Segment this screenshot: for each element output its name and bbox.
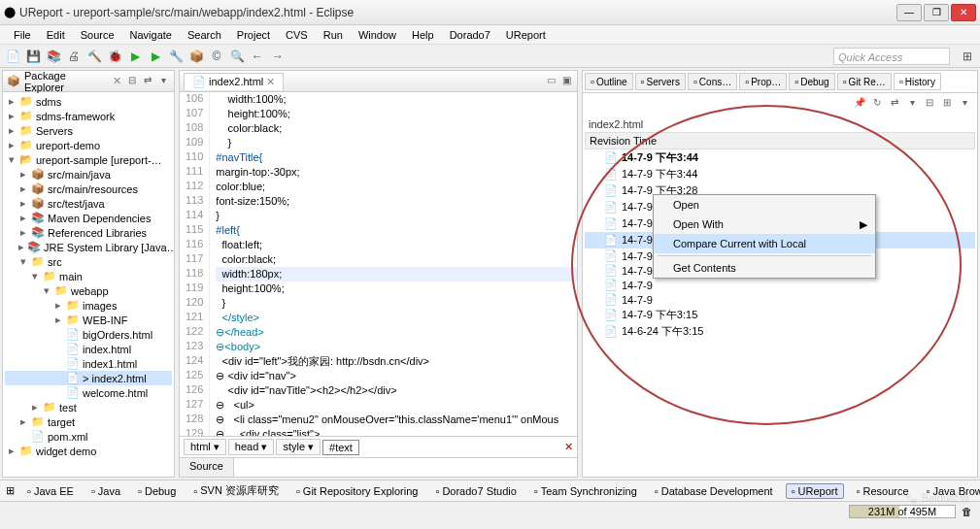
tree-node[interactable]: ▸📦src/test/java xyxy=(5,196,172,211)
new-package-icon[interactable]: 📦 xyxy=(187,48,205,65)
tree-node[interactable]: ▸📚Referenced Libraries xyxy=(5,225,172,240)
perspective-java[interactable]: ▫Java xyxy=(86,484,125,498)
menu-navigate[interactable]: Navigate xyxy=(122,27,180,43)
view-tab-servers[interactable]: ▫Servers xyxy=(635,73,686,90)
menu-edit[interactable]: Edit xyxy=(39,27,73,43)
menu-dorado7[interactable]: Dorado7 xyxy=(442,27,498,43)
breadcrumb-item[interactable]: head ▾ xyxy=(228,439,275,455)
editor-tab[interactable]: 📄 index2.html ✕ xyxy=(184,73,284,90)
compare-icon[interactable]: ⊞ xyxy=(940,97,954,111)
tree-node[interactable]: 📄welcome.html xyxy=(5,385,172,400)
memory-indicator[interactable]: 231M of 495M xyxy=(849,505,956,518)
perspective-svn-资源库研究[interactable]: ▫SVN 资源库研究 xyxy=(188,482,284,499)
context-menu-item[interactable]: Open With▶ xyxy=(654,215,875,234)
tree-node[interactable]: 📄index1.html xyxy=(5,356,172,371)
tree-node[interactable]: 📄> index2.html xyxy=(5,371,172,385)
refresh-icon[interactable]: ↻ xyxy=(870,97,884,111)
minimize-button[interactable]: — xyxy=(896,4,922,21)
save-icon[interactable]: 💾 xyxy=(24,48,42,65)
maximize-button[interactable]: ❐ xyxy=(924,4,949,21)
view-tab-prop[interactable]: ▫Prop… xyxy=(739,73,787,90)
breadcrumb-close-icon[interactable]: ✕ xyxy=(564,441,573,453)
menu-project[interactable]: Project xyxy=(229,27,278,43)
menu-source[interactable]: Source xyxy=(73,27,122,43)
tree-node[interactable]: ▸📁Servers xyxy=(5,123,172,138)
debug-icon[interactable]: 🐞 xyxy=(106,48,123,65)
gc-icon[interactable]: 🗑 xyxy=(962,506,972,517)
close-tab-icon[interactable]: ✕ xyxy=(266,76,275,88)
view-tab-outline[interactable]: ▫Outline xyxy=(585,73,633,90)
source-tab[interactable]: Source xyxy=(180,458,234,477)
tree-node[interactable]: ▸📁sdms xyxy=(5,94,172,109)
tree-node[interactable]: ▸📁images xyxy=(5,298,172,313)
menu-help[interactable]: Help xyxy=(404,27,442,43)
element-breadcrumb[interactable]: html ▾head ▾style ▾#text✕ xyxy=(180,436,577,457)
minimize-editor-icon[interactable]: ▭ xyxy=(544,75,558,88)
link-icon[interactable]: ⇄ xyxy=(888,97,901,111)
view-tab-cons[interactable]: ▫Cons… xyxy=(688,73,737,90)
package-explorer-tree[interactable]: ▸📁sdms▸📁sdms-framework▸📁Servers▸📁ureport… xyxy=(3,92,174,477)
view-menu-icon[interactable]: ▾ xyxy=(156,75,170,88)
tree-node[interactable]: ▸📦src/main/java xyxy=(5,167,172,182)
tree-node[interactable]: ▸📦src/main/resources xyxy=(5,182,172,196)
open-perspective-icon[interactable]: ⊞ xyxy=(6,484,15,497)
close-button[interactable]: ✕ xyxy=(951,4,976,21)
revision-item[interactable]: 📄14-7-9 下午3:15 xyxy=(585,307,975,323)
breadcrumb-item[interactable]: style ▾ xyxy=(276,439,321,455)
tree-node[interactable]: ▸📁ureport-demo xyxy=(5,138,172,152)
tree-node[interactable]: ▸📁sdms-framework xyxy=(5,109,172,123)
context-menu-item[interactable]: Compare Current with Local xyxy=(654,234,875,253)
ext-tools-icon[interactable]: 🔧 xyxy=(167,48,185,65)
perspective-ureport[interactable]: ▫UReport xyxy=(786,483,844,499)
view-tab-gitre[interactable]: ▫Git Re… xyxy=(837,73,892,90)
tree-node[interactable]: ▸📁widget demo xyxy=(5,444,172,458)
perspective-java-browsing[interactable]: ▫Java Browsing xyxy=(922,484,980,498)
perspective-team-synchronizing[interactable]: ▫Team Synchronizing xyxy=(529,484,642,498)
perspective-debug[interactable]: ▫Debug xyxy=(133,484,181,498)
breadcrumb-item[interactable]: #text xyxy=(322,440,359,455)
perspective-database-development[interactable]: ▫Database Development xyxy=(650,484,778,498)
view-tab-debug[interactable]: ▫Debug xyxy=(789,73,834,90)
perspective-git-repository-exploring[interactable]: ▫Git Repository Exploring xyxy=(291,484,423,498)
tree-node[interactable]: 📄index.html xyxy=(5,342,172,356)
collapse-all-icon[interactable]: ⊟ xyxy=(125,75,139,88)
new-class-icon[interactable]: © xyxy=(208,48,225,65)
menu-ureport[interactable]: UReport xyxy=(498,27,554,43)
code-editor[interactable]: 1061071081091101111121131141151161171181… xyxy=(180,92,577,436)
build-icon[interactable]: 🔨 xyxy=(85,48,103,65)
run-icon[interactable]: ▶ xyxy=(126,48,144,65)
context-menu-item[interactable]: Get Contents xyxy=(654,258,875,278)
tree-node[interactable]: ▾📂ureport-sample [ureport-… xyxy=(5,152,172,167)
link-editor-icon[interactable]: ⇄ xyxy=(141,75,154,88)
pin-icon[interactable]: 📌 xyxy=(853,97,866,111)
forward-icon[interactable]: → xyxy=(269,48,287,65)
tree-node[interactable]: ▸📁test xyxy=(5,400,172,414)
context-menu-item[interactable]: Open xyxy=(654,195,875,215)
tree-node[interactable]: ▾📁src xyxy=(5,254,172,269)
tree-node[interactable]: ▸📁target xyxy=(5,414,172,429)
perspective-java-ee[interactable]: ▫Java EE xyxy=(22,484,79,498)
tree-node[interactable]: ▾📁webapp xyxy=(5,283,172,298)
menu-run[interactable]: Run xyxy=(316,27,351,43)
view-tab-history[interactable]: ▫History xyxy=(894,73,941,90)
new-icon[interactable]: 📄 xyxy=(4,48,21,65)
revision-item[interactable]: 📄14-7-9 xyxy=(585,278,975,292)
tree-node[interactable]: ▾📁main xyxy=(5,269,172,283)
tree-node[interactable]: ▸📚Maven Dependencies xyxy=(5,211,172,225)
perspective-resource[interactable]: ▫Resource xyxy=(852,484,914,498)
perspective-icon[interactable]: ⊞ xyxy=(959,48,976,65)
revision-item[interactable]: 📄14-7-9 下午3:44 xyxy=(585,166,975,182)
tree-node[interactable]: 📄pom.xml xyxy=(5,429,172,444)
save-all-icon[interactable]: 📚 xyxy=(45,48,62,65)
filter-icon[interactable]: ▾ xyxy=(905,97,919,111)
menu-file[interactable]: File xyxy=(6,27,39,43)
menu-window[interactable]: Window xyxy=(351,27,404,43)
menu-icon[interactable]: ▾ xyxy=(958,97,971,111)
back-icon[interactable]: ← xyxy=(249,48,266,65)
tree-node[interactable]: ▸📁WEB-INF xyxy=(5,313,172,327)
menu-search[interactable]: Search xyxy=(180,27,229,43)
revision-item[interactable]: 📄14-6-24 下午3:15 xyxy=(585,323,975,340)
menu-cvs[interactable]: CVS xyxy=(278,27,316,43)
search-icon[interactable]: 🔍 xyxy=(228,48,246,65)
tree-node[interactable]: 📄bigOrders.html xyxy=(5,327,172,342)
